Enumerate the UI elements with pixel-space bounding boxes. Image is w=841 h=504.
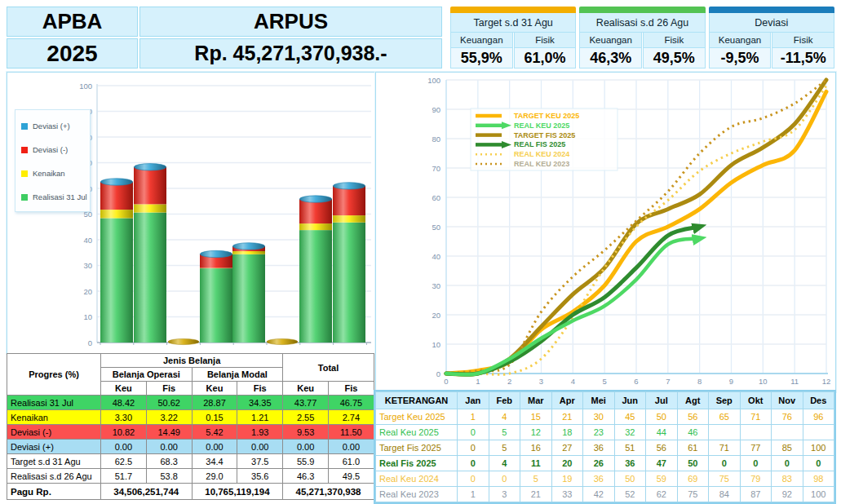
stat-col-label: Keuangan (450, 33, 513, 48)
unit-header: Keu (101, 382, 147, 396)
svg-text:100: 100 (79, 82, 92, 91)
stat-value: -11,5% (772, 48, 834, 69)
table-row: Kenaikan3.303.220.151.212.552.74 (7, 410, 374, 425)
cell-value: 21 (520, 487, 552, 502)
stat-values: 55,9%61,0% (450, 48, 576, 69)
line-chart-panel: 01020304050607080901000123456789101112TA… (375, 72, 836, 392)
cell-value: 65 (709, 409, 741, 425)
cell-value: 77 (740, 440, 772, 456)
cell-value: 30 (583, 409, 615, 425)
cell-value: 4 (489, 456, 520, 471)
svg-text:20: 20 (83, 287, 92, 296)
legend-item: Deviasi (-) (21, 138, 90, 161)
cell-value: 85 (772, 440, 803, 456)
svg-text:9: 9 (729, 377, 733, 386)
table-row: Real Fis 2025041120263647500000 (376, 456, 834, 471)
svg-text:80: 80 (432, 135, 440, 144)
cell-value: 36 (583, 471, 615, 487)
legend-label: REAL KEU 2025 (514, 122, 569, 130)
budget-amount: Rp. 45,271,370,938.- (139, 38, 442, 69)
program-label: APBA (7, 7, 138, 37)
cell-value: 61 (677, 440, 709, 456)
stat-panel: Target s.d 31 AguKeuanganFisik55,9%61,0% (450, 7, 576, 69)
svg-text:2: 2 (507, 377, 511, 386)
legend-label: REAL FIS 2025 (514, 140, 565, 148)
stat-panel: DeviasiKeuanganFisik-9,5%-11,5% (709, 7, 834, 69)
series-label: Real Keu 2023 (376, 487, 458, 502)
legend-item: Kenaikan (21, 161, 90, 185)
cell-value: 59 (646, 471, 678, 487)
cell-value: 19 (551, 471, 583, 487)
cell-value: 46.3 (283, 469, 329, 484)
program-year: 2025 (7, 38, 138, 69)
cell-value: 0.00 (283, 440, 329, 454)
series-label: Real Fis 2025 (376, 456, 458, 471)
cell-value: 28.87 (192, 396, 237, 410)
cell-value: 34,506,251,744 (101, 484, 193, 500)
stat-col-label: Fisik (514, 33, 577, 48)
stat-title: Realisasi s.d 26 Agu (579, 13, 705, 33)
row-label: Target s.d 31 Agu (7, 454, 101, 469)
cell-value: 36 (583, 440, 615, 456)
legend-label: Realisasi 31 Jul (33, 192, 87, 201)
svg-text:0: 0 (88, 338, 92, 347)
month-header: Mei (583, 392, 615, 409)
cell-value: 49.5 (329, 469, 374, 484)
bar-chart-panel: 0102030405060708090100 Deviasi (+)Devias… (7, 72, 376, 354)
summary-stats: Target s.d 31 AguKeuanganFisik55,9%61,0%… (450, 7, 834, 69)
cell-value: 3.22 (146, 410, 192, 425)
series-label: Real Keu 2025 (376, 425, 458, 440)
stat-value: 55,9% (450, 48, 513, 69)
bar-segment (100, 182, 133, 210)
cell-value: 0 (458, 471, 489, 487)
svg-text:70: 70 (432, 164, 440, 173)
cell-value: 3.30 (101, 410, 147, 425)
stat-value: 61,0% (514, 48, 577, 69)
bar-segment (299, 223, 332, 230)
cell-value: 0 (772, 456, 803, 471)
stat-col-label: Fisik (772, 33, 834, 48)
cell-value: 1 (458, 487, 489, 502)
cell-value: 5 (489, 440, 520, 456)
svg-text:4: 4 (571, 377, 575, 386)
cell-value: 75 (677, 487, 709, 502)
stat-values: 46,3%49,5% (579, 48, 705, 69)
table-row: Real Keu 2024005193650596975798398 (376, 471, 834, 487)
bar-segment (200, 268, 232, 343)
bar-segment (299, 199, 332, 223)
legend-label: Deviasi (-) (33, 145, 68, 154)
row-label: Deviasi (-) (7, 425, 101, 440)
table-row: Realisasi s.d 26 Agu51.753.829.035.646.3… (7, 469, 374, 484)
cell-value: 55.9 (283, 454, 329, 469)
stat-col-label: Keuangan (579, 33, 642, 48)
cell-value: 9.53 (283, 425, 329, 440)
cell-value: 47 (646, 456, 678, 471)
legend-swatch (21, 194, 28, 201)
cell-value: 11 (520, 456, 552, 471)
stat-col-label: Fisik (643, 33, 706, 48)
table-row: Deviasi (-)10.8214.495.421.939.5311.50 (7, 425, 374, 440)
month-header: Sep (709, 392, 741, 409)
bar-segment (232, 251, 265, 254)
svg-text:8: 8 (697, 377, 702, 386)
corner-header: Progres (%) (7, 354, 101, 396)
cell-value: 4 (489, 409, 520, 425)
month-header: Apr (551, 392, 583, 409)
legend-swatch (21, 123, 28, 130)
cell-value: 61.0 (329, 454, 374, 469)
svg-text:20: 20 (432, 311, 440, 320)
unit-header: Fis (237, 382, 283, 396)
row-label: Realisasi 31 Jul (7, 396, 101, 410)
pagu-row: Pagu Rp.34,506,251,74410,765,119,19445,2… (7, 484, 374, 500)
cell-value: 62 (646, 487, 678, 502)
cell-value: 2.74 (329, 410, 374, 425)
legend-label: Deviasi (+) (33, 122, 70, 130)
stat-accent-bar (450, 7, 576, 13)
cell-value: 11.50 (329, 425, 374, 440)
program-header: APBA 2025 (7, 7, 138, 69)
subgroup-header: Belanja Modal (192, 368, 283, 382)
cell-value: 46 (677, 425, 709, 440)
cell-value: 96 (803, 409, 834, 425)
table-row: Target s.d 31 Agu62.568.334.437.555.961.… (7, 454, 374, 469)
cell-value: 56 (646, 440, 678, 456)
